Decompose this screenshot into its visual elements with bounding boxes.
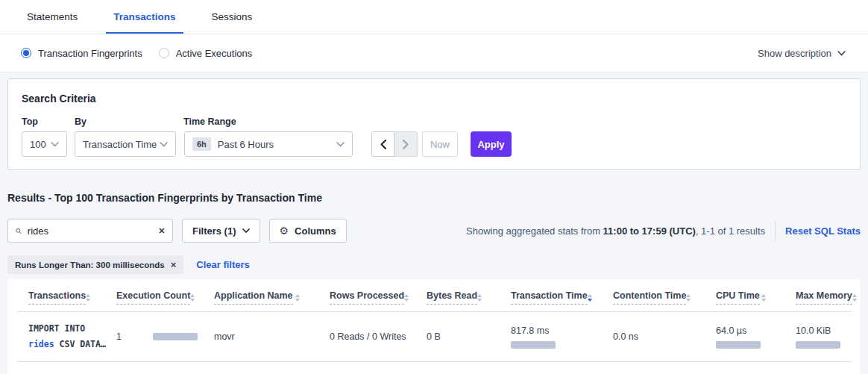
results-heading: Results - Top 100 Transaction Fingerprin…	[7, 192, 861, 204]
show-description-label: Show description	[758, 48, 831, 59]
time-range-label: Time Range	[183, 116, 353, 127]
column-header-application-name[interactable]: Application Name	[202, 290, 318, 305]
column-header-max-memory[interactable]: Max Memory	[784, 290, 861, 305]
top-label: Top	[22, 116, 67, 127]
sort-icon[interactable]	[588, 294, 592, 302]
column-header-transaction-time[interactable]: Transaction Time	[499, 290, 601, 305]
sort-icon[interactable]	[477, 294, 482, 302]
chevron-right-icon	[403, 140, 409, 149]
view-toggle-group: Transaction Fingerprints Active Executio…	[21, 48, 252, 59]
results-toolbar: × Filters (1) ⚙ Columns Showing aggregat…	[7, 219, 861, 243]
cpu-time-value: 64.0 µs	[716, 325, 784, 336]
statement-line-2: rides CSV DATA…	[28, 337, 104, 352]
vertical-divider	[775, 220, 776, 241]
column-header-label: CPU Time	[716, 290, 760, 305]
column-header-label: Rows Processed	[330, 290, 404, 305]
max-memory-bar	[796, 341, 840, 349]
column-header-label: Contention Time	[613, 290, 686, 305]
time-range-field: Time Range 6h Past 6 Hours	[183, 116, 353, 157]
stats-time-range: 11:00 to 17:59 (UTC)	[603, 225, 696, 237]
results-toolbar-right: Showing aggregated stats from 11:00 to 1…	[466, 220, 861, 241]
remove-filter-icon[interactable]: ×	[171, 260, 177, 269]
application-name-cell: movr	[202, 331, 318, 342]
columns-button[interactable]: ⚙ Columns	[269, 219, 347, 243]
columns-button-label: Columns	[295, 225, 336, 237]
chevron-down-icon	[336, 142, 345, 147]
statement-rest: CSV DATA…	[54, 339, 106, 349]
filter-chip-label: Runs Longer Than: 300 milliseconds	[15, 261, 165, 269]
page-tabs-bar: Statements Transactions Sessions	[0, 0, 868, 34]
now-button[interactable]: Now	[422, 131, 458, 157]
transaction-fingerprint-cell[interactable]: IMPORT INTO rides CSV DATA…	[16, 321, 104, 353]
table-row[interactable]: IMPORT INTO rides CSV DATA… 1 movr 0 Rea…	[16, 312, 852, 362]
column-header-label: Transaction Time	[511, 290, 588, 305]
top-field: Top 100	[22, 116, 67, 157]
execution-count-bar	[153, 333, 198, 340]
time-window-nav	[371, 131, 418, 157]
table-header-row: Transactions Execution Count Application…	[16, 279, 852, 312]
time-range-select[interactable]: 6h Past 6 Hours	[184, 131, 353, 157]
cpu-time-cell: 64.0 µs	[704, 325, 784, 349]
radio-icon	[21, 48, 31, 58]
next-time-window-button[interactable]	[394, 131, 418, 157]
top-select[interactable]: 100	[22, 131, 67, 157]
apply-button[interactable]: Apply	[471, 131, 512, 157]
column-header-execution-count[interactable]: Execution Count	[104, 290, 202, 305]
search-icon	[16, 226, 22, 236]
execution-count-value: 1	[116, 331, 122, 342]
stats-prefix: Showing aggregated stats from	[466, 225, 603, 237]
sort-icon[interactable]	[761, 294, 766, 302]
column-header-rows-processed[interactable]: Rows Processed	[318, 290, 415, 305]
column-header-cpu-time[interactable]: CPU Time	[704, 290, 784, 305]
rows-processed-cell: 0 Reads / 0 Writes	[318, 331, 415, 342]
gear-icon: ⚙	[280, 225, 289, 237]
max-memory-cell: 10.0 KiB	[784, 325, 852, 349]
column-header-bytes-read[interactable]: Bytes Read	[415, 290, 499, 305]
transaction-time-bar	[511, 341, 556, 349]
radio-icon	[159, 48, 169, 58]
reset-sql-stats-link[interactable]: Reset SQL Stats	[785, 225, 861, 237]
filters-button[interactable]: Filters (1)	[182, 219, 260, 243]
sort-icon[interactable]	[404, 294, 409, 302]
aggregated-stats-text: Showing aggregated stats from 11:00 to 1…	[466, 225, 765, 237]
execution-count-cell: 1	[104, 331, 202, 342]
tab-sessions[interactable]: Sessions	[204, 1, 260, 34]
sort-icon[interactable]	[86, 294, 90, 302]
cpu-time-bar	[716, 341, 761, 349]
sort-icon[interactable]	[190, 294, 195, 302]
search-input[interactable]	[28, 225, 159, 237]
bytes-read-cell: 0 B	[415, 331, 499, 342]
radio-transaction-fingerprints[interactable]: Transaction Fingerprints	[21, 48, 142, 59]
search-criteria-title: Search Criteria	[22, 93, 846, 105]
top-select-value: 100	[30, 139, 51, 150]
sort-icon[interactable]	[295, 294, 300, 302]
tab-transactions[interactable]: Transactions	[106, 1, 183, 34]
time-range-badge: 6h	[192, 137, 211, 151]
column-header-transactions[interactable]: Transactions	[16, 290, 104, 305]
results-toolbar-left: × Filters (1) ⚙ Columns	[7, 219, 347, 243]
column-header-contention-time[interactable]: Contention Time	[601, 290, 704, 305]
tab-statements[interactable]: Statements	[19, 1, 85, 34]
sort-icon[interactable]	[852, 294, 857, 302]
clear-filters-link[interactable]: Clear filters	[196, 259, 250, 270]
radio-label: Active Executions	[176, 48, 253, 59]
chevron-down-icon	[837, 51, 846, 56]
sort-icon[interactable]	[686, 294, 691, 302]
clear-search-icon[interactable]: ×	[159, 225, 165, 236]
transaction-time-value: 817.8 ms	[511, 325, 601, 336]
search-box[interactable]: ×	[7, 219, 173, 243]
radio-label: Transaction Fingerprints	[38, 48, 142, 59]
chevron-left-icon	[380, 140, 386, 149]
column-header-label: Application Name	[214, 290, 293, 305]
filter-chip-runs-longer-than[interactable]: Runs Longer Than: 300 milliseconds ×	[7, 255, 183, 274]
by-select-value: Transaction Time	[83, 139, 160, 150]
column-header-label: Max Memory	[796, 290, 852, 305]
previous-time-window-button[interactable]	[371, 131, 394, 157]
search-criteria-panel: Search Criteria Top 100 By Transaction T…	[7, 78, 861, 170]
stats-suffix: , 1-1 of 1 results	[696, 225, 765, 237]
radio-active-executions[interactable]: Active Executions	[159, 48, 253, 59]
column-header-label: Execution Count	[116, 290, 190, 305]
by-select[interactable]: Transaction Time	[75, 131, 176, 157]
statement-highlight: rides	[28, 339, 54, 349]
show-description-toggle[interactable]: Show description	[758, 48, 846, 59]
